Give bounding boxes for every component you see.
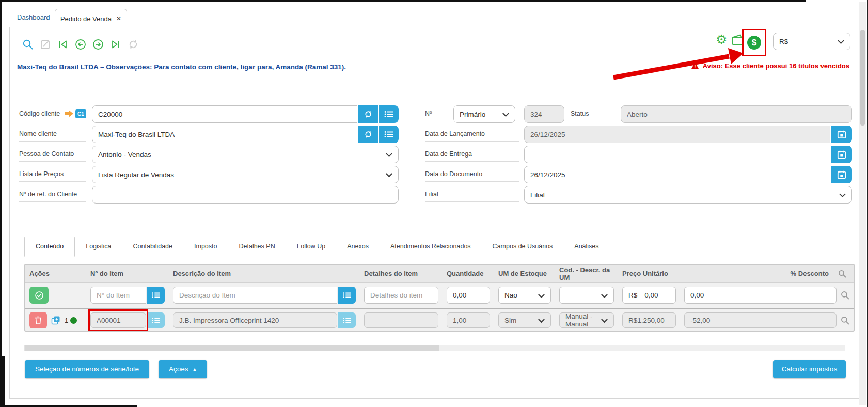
refresh-lookup-button[interactable] [358,126,378,143]
close-tab-icon[interactable]: ✕ [116,15,121,22]
table-search-icon[interactable] [838,270,846,278]
currency-select-value: R$ [779,38,788,45]
tab-contabilidade[interactable]: Contabilidade [122,237,183,256]
items-table: Ações Nº do Item Descrição do Item Detal… [24,264,855,332]
tab-conteudo[interactable]: Conteúdo [24,237,75,257]
frame-edge-left [0,0,2,407]
page-vertical-scrollbar[interactable] [859,2,866,405]
data-documento-input[interactable] [524,166,830,183]
entry-um-estoque-select[interactable]: Não [498,287,551,304]
label-data-entrega: Data de Entrega [425,147,519,162]
previous-record-icon[interactable] [74,38,87,51]
data-entrega-input[interactable] [524,146,830,163]
field-data-lancamento [524,126,852,143]
header-descricao: Descrição do Item [169,270,360,277]
row-search-icon[interactable] [841,291,849,300]
payment-dollar-icon[interactable]: $ [747,36,761,50]
tab-anexos[interactable]: Anexos [336,237,380,256]
confirm-row-button[interactable] [29,287,49,304]
frame-edge-top [0,0,806,2]
row-search-icon[interactable] [841,316,849,325]
pessoa-contato-select[interactable]: Antonio - Vendas [92,146,399,163]
frame-edge-left-bottom [0,356,5,407]
tab-pedido-label: Pedido de Venda [60,15,112,23]
label-data-documento: Data do Documento [425,167,519,182]
tab-follow-up[interactable]: Follow Up [286,237,337,256]
tab-atendimentos-relacionados[interactable]: Atendimentos Relacionados [380,237,482,256]
descricao-list-button[interactable] [338,287,356,304]
codigo-cliente-input[interactable] [92,105,357,123]
entry-detalhes-input[interactable] [364,287,438,304]
last-record-icon[interactable] [109,38,122,51]
serial-lote-button[interactable]: Seleção de números de série/lote [25,360,149,378]
item-list-button[interactable] [147,287,165,304]
entry-cod-um-select[interactable] [559,287,614,304]
tab-imposto[interactable]: Imposto [183,237,228,256]
currency-select[interactable]: R$ [773,33,850,50]
chevron-down-icon [538,291,545,298]
list-lookup-button[interactable] [379,126,399,143]
refresh-lookup-button[interactable] [358,105,378,123]
chevron-down-icon [386,170,392,177]
row-index: 1 [65,317,68,324]
header-item: Nº do Item [86,270,169,277]
nome-cliente-input[interactable] [92,126,357,143]
search-icon[interactable] [22,38,34,51]
calendar-icon[interactable] [831,166,852,183]
row-desconto-input [684,312,837,328]
label-data-lancamento: Data de Lançamento [425,127,519,142]
filial-select[interactable]: Filial [524,186,852,204]
calcular-impostos-button[interactable]: Calcular impostos [773,360,846,378]
edit-icon[interactable] [39,38,52,51]
chevron-down-icon [538,316,545,323]
entry-item-input[interactable] [90,287,146,304]
tab-analises[interactable]: Análises [563,237,609,256]
table-horizontal-scrollbar[interactable] [24,345,845,351]
label-codigo-cliente: Código cliente C1 [19,106,86,121]
item-entry-row: Não R$ 0,00 [25,283,854,308]
section-tabs: Conteúdo Logistica Contabilidade Imposto… [24,237,610,256]
calendar-icon[interactable] [831,146,852,163]
header-um-estoque: UM de Estoque [494,270,555,277]
header-desconto: % Desconto [680,270,854,278]
tab-campos-de-usuarios[interactable]: Campos de Usuários [482,237,564,256]
label-lista-precos: Lista de Preços [19,167,86,182]
calendar-icon[interactable] [831,126,852,143]
header-cod-um: Cód. - Descr. da UM [555,266,618,281]
status-input [621,105,852,123]
entry-preco-input[interactable]: R$ 0,00 [622,287,676,304]
tab-dashboard[interactable]: Dashboard [17,13,50,21]
tab-detalhes-pn[interactable]: Detalhes PN [228,237,286,256]
warning-triangle-icon: ! [691,62,699,70]
duplicate-row-icon[interactable] [51,316,60,325]
entry-quantidade-input[interactable] [447,287,490,304]
list-lookup-button[interactable] [379,105,399,123]
tab-logistica[interactable]: Logistica [75,237,122,256]
table-horizontal-scrollbar-thumb[interactable] [25,345,439,351]
descricao-list-button-disabled[interactable] [338,312,356,328]
item-list-button-disabled[interactable] [147,312,165,328]
refresh-icon[interactable] [127,38,139,51]
page-vertical-scrollbar-thumb[interactable] [860,30,865,126]
label-pessoa-contato: Pessoa de Contato [19,147,86,162]
entry-descricao-input[interactable] [173,287,337,304]
ref-cliente-input[interactable] [92,186,399,204]
orange-arrow-icon [65,110,73,117]
tab-pedido-de-venda[interactable]: Pedido de Venda ✕ [55,9,127,28]
field-nome-cliente [92,126,399,143]
currency-prefix: R$ [628,291,637,299]
numero-tipo-select[interactable]: Primário [453,105,515,123]
lista-precos-select[interactable]: Lista Regular de Vendas [92,166,399,183]
chevron-down-icon [502,110,509,117]
label-status: Status [571,106,615,121]
header-acoes: Ações [25,270,86,277]
delete-row-button[interactable] [29,312,47,328]
row-cod-um-select: Manual - Manual [559,312,614,328]
acoes-button[interactable]: Ações ▲ [159,360,207,378]
entry-desconto-input[interactable] [684,287,837,304]
first-record-icon[interactable] [57,38,69,51]
header-detalhes: Detalhes do item [360,270,443,277]
header-quantidade: Quantidade [443,270,494,277]
next-record-icon[interactable] [92,38,104,51]
settings-gear-icon[interactable]: ⚙ [716,33,727,46]
